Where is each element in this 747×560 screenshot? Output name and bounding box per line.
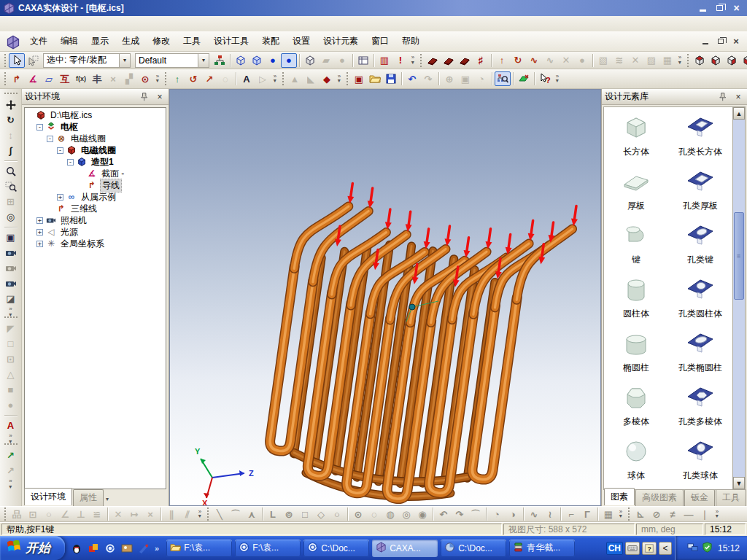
select-region-icon[interactable] (25, 53, 41, 68)
tree-label[interactable]: 从属示例 (80, 191, 117, 203)
paint-red-icon[interactable]: ◆ (319, 71, 335, 86)
menu-11[interactable]: 帮助 (395, 33, 426, 50)
tree-node-三维线[interactable]: ↱三维线 (26, 203, 166, 214)
menu-0[interactable]: 文件 (23, 33, 54, 50)
toolbar-overflow-chevron[interactable]: »▾ (553, 71, 562, 86)
text-tool-icon[interactable]: A (239, 71, 255, 86)
cylinder-hole-item[interactable]: 孔类圆柱体 (668, 271, 732, 324)
sphere-hole-item[interactable]: 孔类球体 (668, 432, 732, 486)
tree-expander[interactable]: + (36, 229, 43, 236)
tabs-overflow-chevron[interactable]: ▾ (106, 496, 109, 502)
box-solid-item[interactable]: 长方体 (604, 109, 668, 163)
ellcyl-solid-item[interactable]: 椭圆柱 (604, 324, 668, 378)
find-element-icon[interactable] (495, 71, 511, 86)
taskbar-button-2[interactable]: C:\Doc... (303, 540, 369, 557)
grid-red-icon[interactable]: ♯ (473, 53, 489, 68)
box-hole-item[interactable]: 孔类长方体 (668, 109, 732, 163)
shaded-display-icon[interactable] (249, 53, 265, 68)
tree-label[interactable]: 电磁线圈 (80, 144, 117, 157)
toolbar-grip[interactable] (163, 72, 168, 85)
hierarchy-icon[interactable] (212, 53, 228, 68)
child-minimize-button[interactable] (700, 36, 711, 46)
green-face-icon[interactable] (516, 71, 532, 86)
text-red-icon[interactable]: A (2, 418, 20, 433)
menu-8[interactable]: 设置 (286, 33, 317, 50)
toolbar-overflow-chevron[interactable]: »▾ (713, 507, 721, 521)
zoom-window-icon[interactable] (2, 179, 20, 194)
target-view-icon[interactable]: ◎ (2, 209, 20, 225)
surface-up-icon[interactable]: ↑ (494, 53, 510, 68)
realistic-render-icon[interactable]: ● (281, 53, 297, 68)
scroll-down-icon[interactable]: ▼ (733, 477, 745, 489)
pen-green-icon[interactable]: ↗ (2, 448, 20, 463)
toolbar-overflow-chevron[interactable]: »▾ (196, 507, 204, 521)
tree-label[interactable]: 三维线 (69, 203, 98, 215)
quick-launch-overflow[interactable]: » (153, 544, 160, 553)
texture-book-icon-3[interactable] (457, 53, 473, 68)
camera-pair-icon[interactable] (2, 276, 20, 291)
language-indicator[interactable]: CH (606, 542, 623, 555)
view-left-cube-icon[interactable] (724, 53, 740, 68)
tab-高级图素[interactable]: 高级图素 (635, 489, 684, 506)
toolbar-grip[interactable] (206, 508, 210, 521)
tab-图素[interactable]: 图素 (604, 488, 635, 505)
toolbar-overflow-chevron[interactable]: »▾ (9, 306, 12, 314)
view-right-cube-icon[interactable] (740, 53, 747, 68)
scrollbar-thumb[interactable]: ≡ (734, 212, 744, 300)
toolbar-grip[interactable] (3, 72, 7, 85)
menu-10[interactable]: 窗口 (365, 33, 395, 50)
tree-node-电磁线圈[interactable]: -⊗电磁线圈 (26, 133, 166, 144)
save-icon[interactable] (383, 71, 399, 86)
key-hole-item[interactable]: 孔类键 (668, 217, 732, 271)
close-panel-icon[interactable]: × (732, 91, 744, 102)
toolbar-grip[interactable] (3, 54, 7, 67)
viewer-icon[interactable] (103, 541, 117, 556)
close-panel-icon[interactable]: × (154, 91, 166, 102)
slab-hole-item[interactable]: 孔类厚板 (668, 163, 732, 217)
tree-label[interactable]: 电枢 (59, 121, 80, 133)
pin-icon[interactable] (139, 91, 151, 102)
toolbar-grip[interactable] (419, 54, 423, 67)
menu-6[interactable]: 设计工具 (207, 33, 255, 50)
sketch-2d-icon[interactable]: ∡ (25, 71, 41, 86)
tree-node-电磁线圈[interactable]: -电磁线圈 (26, 144, 166, 156)
view-back-cube-icon[interactable] (708, 53, 724, 68)
tab-工具[interactable]: 工具 (716, 489, 746, 506)
menu-5[interactable]: 工具 (177, 33, 207, 50)
dropdown-arrow-icon[interactable]: ▾ (119, 54, 130, 67)
twist-icon[interactable]: ∿ (526, 53, 542, 68)
keyboard-icon[interactable] (625, 542, 640, 555)
texture-book-icon-2[interactable] (441, 53, 457, 68)
library-scrollbar[interactable]: ▲ ≡ ▼ (732, 107, 745, 489)
texture-book-icon-1[interactable] (425, 53, 441, 68)
security-shield-icon[interactable] (702, 542, 713, 555)
toolbar-overflow-chevron[interactable]: »▾ (153, 71, 162, 86)
tab-属性[interactable]: 属性 (73, 489, 104, 506)
restore-button[interactable] (713, 3, 726, 14)
wire-3d-icon[interactable]: ↱ (9, 71, 25, 86)
tree-label[interactable]: 造型1 (90, 156, 115, 168)
taskbar-button-5[interactable]: 青华截... (509, 540, 575, 557)
tree-node-导线[interactable]: ↱导线 (26, 179, 166, 191)
material-stripes-icon[interactable]: ▥ (376, 53, 392, 68)
menu-3[interactable]: 生成 (115, 33, 146, 50)
tab-设计环境[interactable]: 设计环境 (24, 488, 72, 505)
close-button[interactable]: × (730, 3, 743, 14)
network-icon[interactable] (687, 542, 698, 555)
tree-node-造型1[interactable]: -造型1 (26, 156, 166, 168)
tree-expander[interactable]: - (36, 124, 43, 131)
toolbar-grip[interactable] (281, 72, 285, 85)
wrap-sphere-icon[interactable]: ↻ (510, 53, 526, 68)
wireframe-display-icon[interactable] (233, 53, 249, 68)
extrude-grid-icon[interactable]: 丰 (89, 71, 105, 86)
viewport-3d[interactable]: YZX (169, 89, 601, 506)
tree-label[interactable]: 全局坐标系 (59, 238, 106, 250)
pan-icon[interactable] (2, 97, 20, 112)
tree-node-D:\电枢.ics[interactable]: D:\电枢.ics (26, 109, 166, 121)
sphere-solid-item[interactable]: 球体 (604, 432, 668, 486)
tree-node-截面 -[interactable]: ∡截面 - (26, 168, 166, 179)
minimize-button[interactable] (697, 3, 709, 14)
taskbar-button-0[interactable]: F:\袁... (166, 540, 232, 557)
menu-2[interactable]: 显示 (85, 33, 115, 50)
toolbar-grip[interactable] (627, 508, 631, 521)
